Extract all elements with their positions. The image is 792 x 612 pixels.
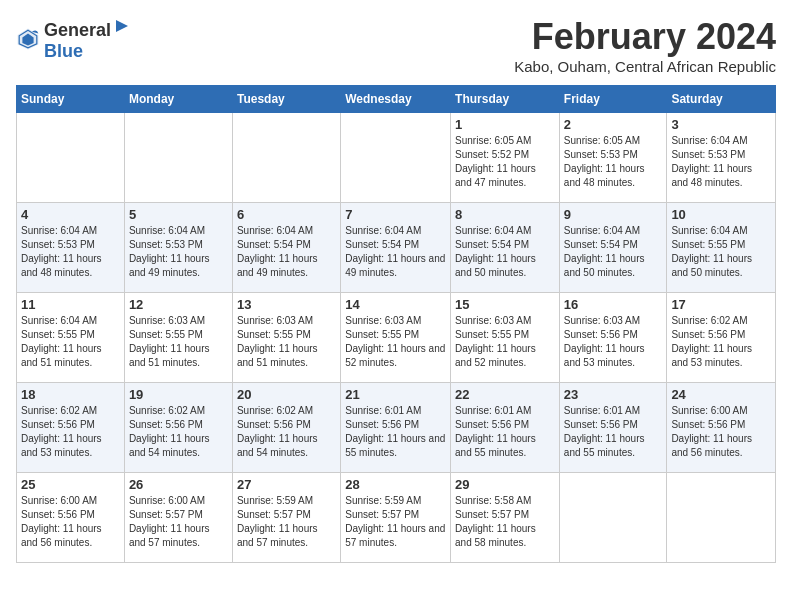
calendar-cell xyxy=(232,113,340,203)
day-info: Sunrise: 6:03 AM Sunset: 5:55 PM Dayligh… xyxy=(237,314,336,370)
day-info: Sunrise: 6:04 AM Sunset: 5:55 PM Dayligh… xyxy=(671,224,771,280)
day-info: Sunrise: 6:03 AM Sunset: 5:56 PM Dayligh… xyxy=(564,314,663,370)
calendar-cell: 16Sunrise: 6:03 AM Sunset: 5:56 PM Dayli… xyxy=(559,293,667,383)
day-number: 25 xyxy=(21,477,120,492)
calendar-cell: 21Sunrise: 6:01 AM Sunset: 5:56 PM Dayli… xyxy=(341,383,451,473)
calendar-cell: 29Sunrise: 5:58 AM Sunset: 5:57 PM Dayli… xyxy=(451,473,560,563)
day-number: 17 xyxy=(671,297,771,312)
day-info: Sunrise: 6:00 AM Sunset: 5:56 PM Dayligh… xyxy=(671,404,771,460)
day-info: Sunrise: 6:03 AM Sunset: 5:55 PM Dayligh… xyxy=(345,314,446,370)
day-info: Sunrise: 6:02 AM Sunset: 5:56 PM Dayligh… xyxy=(129,404,228,460)
header-monday: Monday xyxy=(124,86,232,113)
day-number: 2 xyxy=(564,117,663,132)
calendar-cell: 22Sunrise: 6:01 AM Sunset: 5:56 PM Dayli… xyxy=(451,383,560,473)
calendar-cell: 4Sunrise: 6:04 AM Sunset: 5:53 PM Daylig… xyxy=(17,203,125,293)
day-number: 11 xyxy=(21,297,120,312)
logo-general: General xyxy=(44,20,111,41)
calendar-week-2: 4Sunrise: 6:04 AM Sunset: 5:53 PM Daylig… xyxy=(17,203,776,293)
calendar-cell: 27Sunrise: 5:59 AM Sunset: 5:57 PM Dayli… xyxy=(232,473,340,563)
day-number: 26 xyxy=(129,477,228,492)
day-info: Sunrise: 6:00 AM Sunset: 5:56 PM Dayligh… xyxy=(21,494,120,550)
day-number: 28 xyxy=(345,477,446,492)
day-number: 3 xyxy=(671,117,771,132)
day-number: 24 xyxy=(671,387,771,402)
day-number: 8 xyxy=(455,207,555,222)
calendar-title: February 2024 xyxy=(514,16,776,58)
calendar-cell: 13Sunrise: 6:03 AM Sunset: 5:55 PM Dayli… xyxy=(232,293,340,383)
calendar-week-3: 11Sunrise: 6:04 AM Sunset: 5:55 PM Dayli… xyxy=(17,293,776,383)
calendar-cell: 2Sunrise: 6:05 AM Sunset: 5:53 PM Daylig… xyxy=(559,113,667,203)
calendar-cell: 18Sunrise: 6:02 AM Sunset: 5:56 PM Dayli… xyxy=(17,383,125,473)
day-number: 16 xyxy=(564,297,663,312)
day-info: Sunrise: 5:58 AM Sunset: 5:57 PM Dayligh… xyxy=(455,494,555,550)
logo-blue: Blue xyxy=(44,41,83,61)
day-info: Sunrise: 6:04 AM Sunset: 5:54 PM Dayligh… xyxy=(455,224,555,280)
day-info: Sunrise: 6:05 AM Sunset: 5:52 PM Dayligh… xyxy=(455,134,555,190)
calendar-cell: 3Sunrise: 6:04 AM Sunset: 5:53 PM Daylig… xyxy=(667,113,776,203)
calendar-cell: 25Sunrise: 6:00 AM Sunset: 5:56 PM Dayli… xyxy=(17,473,125,563)
calendar-cell xyxy=(559,473,667,563)
day-number: 10 xyxy=(671,207,771,222)
calendar-cell xyxy=(17,113,125,203)
day-number: 7 xyxy=(345,207,446,222)
header-wednesday: Wednesday xyxy=(341,86,451,113)
calendar-cell: 23Sunrise: 6:01 AM Sunset: 5:56 PM Dayli… xyxy=(559,383,667,473)
header-thursday: Thursday xyxy=(451,86,560,113)
day-number: 4 xyxy=(21,207,120,222)
day-number: 29 xyxy=(455,477,555,492)
calendar-cell: 10Sunrise: 6:04 AM Sunset: 5:55 PM Dayli… xyxy=(667,203,776,293)
day-info: Sunrise: 6:04 AM Sunset: 5:54 PM Dayligh… xyxy=(564,224,663,280)
day-number: 23 xyxy=(564,387,663,402)
calendar-cell: 24Sunrise: 6:00 AM Sunset: 5:56 PM Dayli… xyxy=(667,383,776,473)
calendar-week-1: 1Sunrise: 6:05 AM Sunset: 5:52 PM Daylig… xyxy=(17,113,776,203)
day-info: Sunrise: 6:01 AM Sunset: 5:56 PM Dayligh… xyxy=(345,404,446,460)
header-friday: Friday xyxy=(559,86,667,113)
calendar-cell: 9Sunrise: 6:04 AM Sunset: 5:54 PM Daylig… xyxy=(559,203,667,293)
day-info: Sunrise: 6:02 AM Sunset: 5:56 PM Dayligh… xyxy=(21,404,120,460)
day-number: 13 xyxy=(237,297,336,312)
logo-arrow xyxy=(112,16,132,36)
calendar-cell: 11Sunrise: 6:04 AM Sunset: 5:55 PM Dayli… xyxy=(17,293,125,383)
day-number: 21 xyxy=(345,387,446,402)
logo-icon xyxy=(16,27,40,51)
day-info: Sunrise: 6:01 AM Sunset: 5:56 PM Dayligh… xyxy=(455,404,555,460)
day-number: 22 xyxy=(455,387,555,402)
logo-text: General Blue xyxy=(44,16,133,62)
day-info: Sunrise: 6:04 AM Sunset: 5:54 PM Dayligh… xyxy=(345,224,446,280)
day-info: Sunrise: 5:59 AM Sunset: 5:57 PM Dayligh… xyxy=(345,494,446,550)
day-info: Sunrise: 5:59 AM Sunset: 5:57 PM Dayligh… xyxy=(237,494,336,550)
calendar-week-4: 18Sunrise: 6:02 AM Sunset: 5:56 PM Dayli… xyxy=(17,383,776,473)
calendar-cell: 5Sunrise: 6:04 AM Sunset: 5:53 PM Daylig… xyxy=(124,203,232,293)
logo: General Blue xyxy=(16,16,133,62)
svg-marker-2 xyxy=(116,20,128,32)
calendar-cell: 1Sunrise: 6:05 AM Sunset: 5:52 PM Daylig… xyxy=(451,113,560,203)
day-info: Sunrise: 6:02 AM Sunset: 5:56 PM Dayligh… xyxy=(237,404,336,460)
day-number: 27 xyxy=(237,477,336,492)
day-info: Sunrise: 6:03 AM Sunset: 5:55 PM Dayligh… xyxy=(455,314,555,370)
day-number: 1 xyxy=(455,117,555,132)
day-number: 19 xyxy=(129,387,228,402)
calendar-cell: 15Sunrise: 6:03 AM Sunset: 5:55 PM Dayli… xyxy=(451,293,560,383)
calendar-week-5: 25Sunrise: 6:00 AM Sunset: 5:56 PM Dayli… xyxy=(17,473,776,563)
header: General Blue February 2024 Kabo, Ouham, … xyxy=(16,16,776,75)
header-sunday: Sunday xyxy=(17,86,125,113)
calendar-cell: 17Sunrise: 6:02 AM Sunset: 5:56 PM Dayli… xyxy=(667,293,776,383)
calendar-cell: 28Sunrise: 5:59 AM Sunset: 5:57 PM Dayli… xyxy=(341,473,451,563)
header-tuesday: Tuesday xyxy=(232,86,340,113)
day-number: 9 xyxy=(564,207,663,222)
calendar-cell: 19Sunrise: 6:02 AM Sunset: 5:56 PM Dayli… xyxy=(124,383,232,473)
calendar-cell: 12Sunrise: 6:03 AM Sunset: 5:55 PM Dayli… xyxy=(124,293,232,383)
day-info: Sunrise: 6:04 AM Sunset: 5:53 PM Dayligh… xyxy=(21,224,120,280)
calendar-cell: 26Sunrise: 6:00 AM Sunset: 5:57 PM Dayli… xyxy=(124,473,232,563)
header-saturday: Saturday xyxy=(667,86,776,113)
day-number: 14 xyxy=(345,297,446,312)
calendar-cell: 14Sunrise: 6:03 AM Sunset: 5:55 PM Dayli… xyxy=(341,293,451,383)
day-info: Sunrise: 6:02 AM Sunset: 5:56 PM Dayligh… xyxy=(671,314,771,370)
day-info: Sunrise: 6:04 AM Sunset: 5:54 PM Dayligh… xyxy=(237,224,336,280)
day-info: Sunrise: 6:04 AM Sunset: 5:53 PM Dayligh… xyxy=(671,134,771,190)
title-area: February 2024 Kabo, Ouham, Central Afric… xyxy=(514,16,776,75)
calendar-cell: 7Sunrise: 6:04 AM Sunset: 5:54 PM Daylig… xyxy=(341,203,451,293)
day-number: 15 xyxy=(455,297,555,312)
calendar-table: Sunday Monday Tuesday Wednesday Thursday… xyxy=(16,85,776,563)
calendar-header-row: Sunday Monday Tuesday Wednesday Thursday… xyxy=(17,86,776,113)
